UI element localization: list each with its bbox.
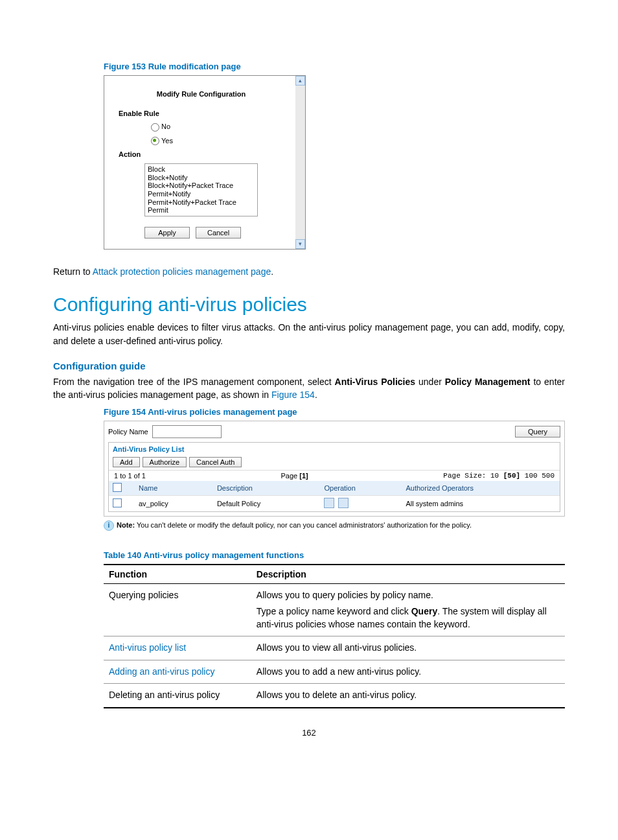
- table-row: Deleting an anti-virus policy Allows you…: [104, 684, 565, 708]
- desc-line: Allows you to add a new anti-virus polic…: [251, 660, 565, 684]
- func-delete-av: Deleting an anti-virus policy: [104, 684, 251, 708]
- action-label: Action: [119, 150, 284, 158]
- column-header-row: Name Description Operation Authorized Op…: [109, 481, 560, 496]
- select-all-checkbox[interactable]: [113, 483, 122, 492]
- col-authorized-operators[interactable]: Authorized Operators: [402, 481, 560, 496]
- function-table: Function Description Querying policies A…: [104, 564, 565, 709]
- enable-rule-label: Enable Rule: [119, 110, 284, 117]
- copy-icon[interactable]: [338, 498, 349, 508]
- pager-page: Page [1]: [281, 472, 308, 480]
- func-add-av-link[interactable]: Adding an anti-virus policy: [109, 666, 214, 677]
- figure-154-caption: Figure 154 Anti-virus policies managemen…: [104, 407, 565, 417]
- table-row: Anti-virus policy list Allows you to vie…: [104, 636, 565, 660]
- page-size-option[interactable]: 500: [542, 472, 555, 480]
- action-option[interactable]: Permit: [148, 206, 255, 215]
- cancel-button[interactable]: Cancel: [196, 227, 241, 239]
- return-line: Return to Attack protection policies man…: [53, 265, 565, 278]
- radio-yes-row[interactable]: Yes: [151, 137, 284, 146]
- action-option[interactable]: Permit+Notify+Packet Trace: [148, 198, 255, 207]
- scroll-down-icon[interactable]: ▾: [295, 239, 305, 249]
- radio-yes-icon[interactable]: [151, 137, 159, 145]
- figure-154-panel: Policy Name Query Anti-Virus Policy List…: [104, 421, 565, 517]
- radio-no-icon[interactable]: [151, 123, 159, 132]
- action-option[interactable]: Block: [148, 165, 255, 174]
- col-operation[interactable]: Operation: [320, 481, 402, 496]
- scroll-up-icon[interactable]: ▴: [295, 76, 305, 86]
- desc-line: Type a policy name keyword and click Que…: [257, 605, 560, 631]
- func-av-list-link[interactable]: Anti-virus policy list: [109, 642, 186, 653]
- action-option[interactable]: Block+Notify: [148, 174, 255, 182]
- page-size-option[interactable]: [50]: [503, 472, 520, 480]
- modify-icon[interactable]: [324, 498, 334, 508]
- func-querying: Querying policies: [104, 583, 251, 636]
- table-row: Adding an anti-virus policy Allows you t…: [104, 660, 565, 684]
- desc-line: Allows you to query policies by policy n…: [257, 589, 560, 602]
- pager-count: 1 to 1 of 1: [114, 472, 146, 480]
- policy-name-label: Policy Name: [108, 428, 148, 436]
- cancel-auth-button[interactable]: Cancel Auth: [189, 457, 242, 467]
- figure-153-caption: Figure 153 Rule modification page: [104, 62, 565, 71]
- desc-line: Allows you to delete an anti-virus polic…: [251, 684, 565, 708]
- row-name: av_policy: [135, 495, 213, 511]
- action-select[interactable]: Block Block+Notify Block+Notify+Packet T…: [144, 163, 258, 216]
- radio-no-row[interactable]: No: [151, 122, 284, 132]
- figure-153-panel: ▴ ▾ Modify Rule Configuration Enable Rul…: [104, 75, 306, 250]
- action-option[interactable]: Block+Notify+Packet Trace: [148, 181, 255, 190]
- table-row: av_policy Default Policy All system admi…: [109, 495, 560, 511]
- config-guide-body: From the navigation tree of the IPS mana…: [53, 375, 565, 402]
- page-size-option[interactable]: 10: [490, 472, 499, 480]
- apply-button[interactable]: Apply: [144, 227, 190, 239]
- section-heading: Configuring anti-virus policies: [53, 294, 565, 316]
- note-line: iNote: You can't delete or modify the de…: [104, 520, 565, 531]
- page-size: Page Size: 10 [50] 100 500: [443, 472, 555, 480]
- col-description[interactable]: Description: [213, 481, 321, 496]
- add-button[interactable]: Add: [113, 457, 140, 467]
- policy-name-input[interactable]: [152, 425, 222, 438]
- policy-list-title: Anti-Virus Policy List: [109, 443, 560, 456]
- page-size-option[interactable]: 100: [525, 472, 538, 480]
- col-name[interactable]: Name: [135, 481, 213, 496]
- config-guide-heading: Configuration guide: [53, 360, 565, 371]
- desc-line: Allows you to view all anti-virus polici…: [251, 636, 565, 660]
- intro-text: Anti-virus policies enable devices to fi…: [53, 321, 565, 347]
- function-header: Function: [104, 565, 251, 584]
- radio-no-label: No: [161, 122, 170, 130]
- description-header: Description: [251, 565, 565, 584]
- row-operators: All system admins: [402, 495, 560, 511]
- table-row: Querying policies Allows you to query po…: [104, 583, 565, 636]
- radio-yes-label: Yes: [161, 137, 173, 145]
- table-140-caption: Table 140 Anti-virus policy management f…: [104, 550, 565, 560]
- row-description: Default Policy: [213, 495, 321, 511]
- return-link[interactable]: Attack protection policies management pa…: [93, 266, 271, 277]
- action-option[interactable]: Permit+Notify: [148, 190, 255, 198]
- row-checkbox[interactable]: [113, 498, 122, 508]
- query-button[interactable]: Query: [515, 426, 560, 438]
- page-number: 162: [53, 728, 565, 738]
- figure-154-link[interactable]: Figure 154: [271, 390, 315, 400]
- authorize-button[interactable]: Authorize: [143, 457, 187, 467]
- info-icon: i: [104, 520, 114, 531]
- scrollbar[interactable]: ▴ ▾: [295, 76, 305, 249]
- modify-rule-title: Modify Rule Configuration: [119, 90, 284, 98]
